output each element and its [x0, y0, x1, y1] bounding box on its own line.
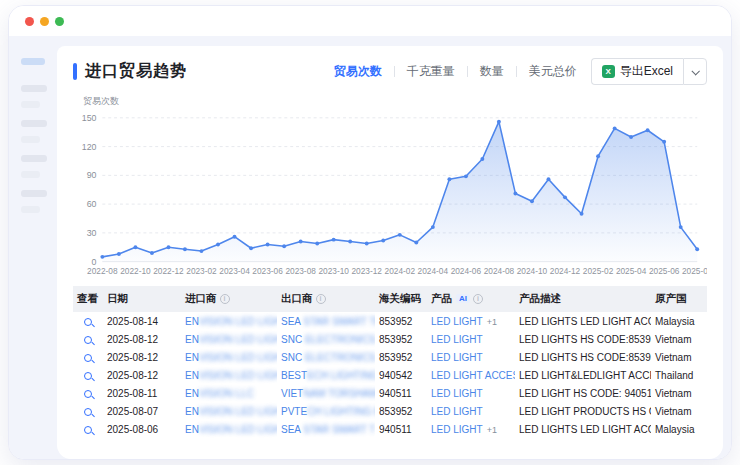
data-point[interactable]: [414, 241, 418, 245]
description-cell: LED LIGHT&LEDLIGHT ACCESSARY HS CODE: 94…: [515, 366, 651, 384]
magnifier-icon[interactable]: [84, 318, 92, 326]
data-point[interactable]: [447, 177, 451, 181]
y-tick-label: 150: [82, 113, 97, 123]
product-link[interactable]: LED LIGHT: [431, 424, 483, 435]
data-point[interactable]: [299, 240, 303, 244]
export-excel-button[interactable]: X 导出Excel: [591, 58, 683, 85]
exporter-link[interactable]: SNC ELECTRONICS VIET...: [281, 334, 375, 345]
data-point[interactable]: [398, 233, 402, 237]
info-icon[interactable]: i: [220, 294, 230, 304]
data-point[interactable]: [133, 245, 137, 249]
data-point[interactable]: [365, 241, 369, 245]
data-point[interactable]: [497, 120, 501, 124]
importer-link[interactable]: ENVISION LED LIGHTING L...: [185, 316, 277, 327]
importer-link[interactable]: ENVISION LED LIGHTING L...: [185, 370, 277, 381]
data-point[interactable]: [530, 199, 534, 203]
sidebar-menu-item-skeleton[interactable]: [21, 155, 47, 162]
data-point[interactable]: [233, 235, 237, 239]
data-point[interactable]: [563, 195, 567, 199]
exporter-link[interactable]: SEA STAR SMART TCH ...: [281, 424, 375, 435]
product-link[interactable]: LED LIGHT: [431, 352, 483, 363]
column-header-label: 产品: [431, 292, 452, 304]
data-point[interactable]: [662, 140, 666, 144]
window-zoom-button[interactable]: [55, 17, 64, 26]
importer-link[interactable]: ENVISION LED LIGHTING L...: [185, 334, 277, 345]
data-point[interactable]: [216, 242, 220, 246]
data-point[interactable]: [266, 242, 270, 246]
magnifier-icon[interactable]: [84, 354, 92, 362]
sidebar-menu-item-skeleton[interactable]: [21, 171, 40, 178]
metric-tab-3[interactable]: 数量: [480, 61, 504, 82]
importer-link[interactable]: ENVISION LED LIGHTING L...: [185, 424, 277, 435]
data-point[interactable]: [117, 252, 121, 256]
exporter-link[interactable]: VIETNAM TORSHAMB: [281, 388, 375, 399]
x-tick-label: 2023-12: [352, 266, 383, 276]
exporter-link[interactable]: SNC ELECTRONICS VIET...: [281, 352, 375, 363]
data-point[interactable]: [332, 238, 336, 242]
data-point[interactable]: [431, 225, 435, 229]
data-point[interactable]: [100, 255, 104, 259]
data-point[interactable]: [381, 239, 385, 243]
metric-tab-4[interactable]: 美元总价: [529, 61, 577, 82]
product-link[interactable]: LED LIGHT: [431, 406, 483, 417]
data-point[interactable]: [513, 192, 517, 196]
data-point[interactable]: [348, 240, 352, 244]
sidebar-menu-item-skeleton[interactable]: [21, 120, 47, 127]
redacted-text: STAR SMART T: [303, 424, 375, 435]
data-point[interactable]: [200, 249, 204, 253]
data-point[interactable]: [480, 157, 484, 161]
export-dropdown-button[interactable]: [683, 58, 707, 85]
product-link[interactable]: LED LIGHT: [431, 334, 483, 345]
window-minimize-button[interactable]: [40, 17, 49, 26]
x-tick-label: 2025-02: [583, 266, 614, 276]
sidebar-menu-item-skeleton[interactable]: [21, 136, 40, 143]
x-tick-label: 2023-02: [186, 266, 217, 276]
magnifier-icon[interactable]: [84, 426, 92, 434]
redacted-text: VISION LED LIGHTI: [199, 334, 277, 345]
column-header: 查看: [73, 286, 103, 312]
data-point[interactable]: [249, 246, 253, 250]
view-cell: [73, 312, 103, 330]
trend-chart[interactable]: 贸易次数 03060901201502022-082022-102022-122…: [73, 95, 707, 278]
importer-link[interactable]: ENVISION LLC: [185, 388, 254, 399]
data-point[interactable]: [282, 244, 286, 248]
importer-link[interactable]: ENVISION LED LIGHTING L...: [185, 406, 277, 417]
product-link[interactable]: LED LIGHT ACCESSORY: [431, 370, 515, 381]
exporter-link[interactable]: PVTECH LIGHTING BW VI...: [281, 406, 375, 417]
data-point[interactable]: [679, 225, 683, 229]
info-icon[interactable]: i: [473, 294, 483, 304]
origin-country-cell: Malaysia: [651, 312, 707, 330]
product-link[interactable]: LED LIGHT: [431, 388, 483, 399]
data-point[interactable]: [464, 174, 468, 178]
magnifier-icon[interactable]: [84, 390, 92, 398]
sidebar-menu-item-skeleton[interactable]: [21, 85, 47, 92]
sidebar-menu-item-active[interactable]: [21, 58, 45, 65]
data-point[interactable]: [596, 154, 600, 158]
data-point[interactable]: [646, 128, 650, 132]
sidebar-menu-item-skeleton[interactable]: [21, 101, 40, 108]
data-point[interactable]: [167, 245, 171, 249]
metric-tab-1[interactable]: 贸易次数: [334, 61, 382, 82]
data-point[interactable]: [580, 212, 584, 216]
metric-tab-2[interactable]: 千克重量: [407, 61, 455, 82]
exporter-link[interactable]: SEA STAR SMART TECH ...: [281, 316, 375, 327]
product-link[interactable]: LED LIGHT: [431, 316, 483, 327]
data-point[interactable]: [629, 135, 633, 139]
data-point[interactable]: [547, 177, 551, 181]
importer-link[interactable]: ENVISION LED LIGHTING L...: [185, 352, 277, 363]
data-point[interactable]: [150, 251, 154, 255]
magnifier-icon[interactable]: [84, 408, 92, 416]
column-header-label: 海关编码: [379, 292, 421, 304]
data-point[interactable]: [183, 247, 187, 251]
exporter-link[interactable]: BESTECH LIGHTING THA...: [281, 370, 375, 381]
trend-chart-canvas[interactable]: 03060901201502022-082022-102022-122023-0…: [73, 110, 707, 278]
magnifier-icon[interactable]: [84, 336, 92, 344]
data-point[interactable]: [613, 126, 617, 130]
data-point[interactable]: [695, 247, 699, 251]
sidebar-menu-item-skeleton[interactable]: [21, 206, 40, 213]
magnifier-icon[interactable]: [84, 372, 92, 380]
window-close-button[interactable]: [25, 17, 34, 26]
info-icon[interactable]: i: [316, 294, 326, 304]
sidebar-menu-item-skeleton[interactable]: [21, 190, 47, 197]
data-point[interactable]: [315, 241, 319, 245]
